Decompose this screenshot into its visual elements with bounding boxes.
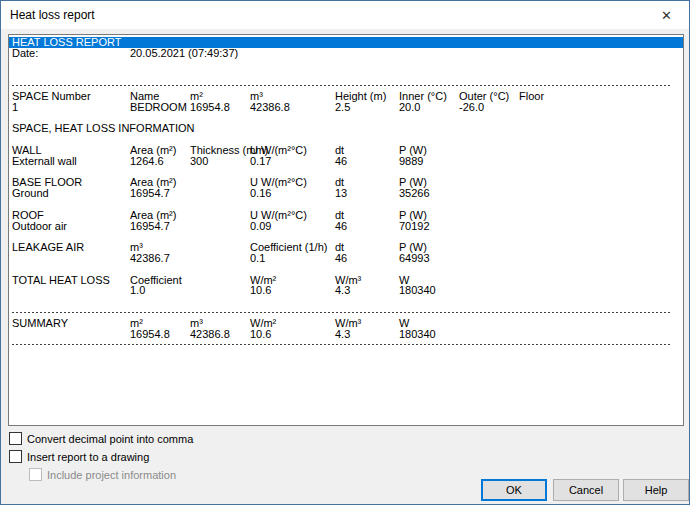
dialog-title: Heat loss report bbox=[10, 8, 95, 22]
report-blank-line bbox=[9, 199, 683, 210]
report-cell: 2.5 bbox=[335, 102, 350, 113]
report-blank-line bbox=[9, 59, 683, 70]
report-cell: 16954.8 bbox=[190, 102, 230, 113]
close-icon[interactable]: ✕ bbox=[644, 1, 689, 29]
help-button[interactable]: Help bbox=[623, 479, 689, 501]
report-cell: Date: bbox=[12, 48, 38, 59]
checkbox-box[interactable] bbox=[9, 432, 22, 445]
report-cell: 42386.7 bbox=[130, 253, 170, 264]
report-cell: 10.6 bbox=[250, 285, 271, 296]
checkbox-label: Convert decimal point into comma bbox=[27, 433, 193, 445]
checkbox-label: Include project information bbox=[47, 469, 176, 481]
report-blank-line bbox=[9, 231, 683, 242]
report-line-selected[interactable]: HEAT LOSS REPORT bbox=[9, 37, 683, 48]
report-cell: 46 bbox=[335, 253, 347, 264]
checkbox-label: Insert report to a drawing bbox=[27, 451, 149, 463]
report-cell: 46 bbox=[335, 156, 347, 167]
report-cell: 4.3 bbox=[335, 329, 350, 340]
report-line[interactable]: 1.010.64.3180340 bbox=[9, 285, 683, 296]
report-cell: 1 bbox=[12, 102, 18, 113]
report-cell: 20.05.2021 (07:49:37) bbox=[130, 48, 238, 59]
report-line[interactable]: ROOFArea (m²)U W/(m²°C)dtP (W) bbox=[9, 210, 683, 221]
report-cell: 180340 bbox=[399, 285, 436, 296]
report-cell: 16954.7 bbox=[130, 221, 170, 232]
report-cell: 64993 bbox=[399, 253, 430, 264]
report-cell: SPACE Number bbox=[12, 91, 91, 102]
report-blank-line bbox=[9, 69, 683, 80]
report-cell: Floor bbox=[519, 91, 544, 102]
report-cell: 180340 bbox=[399, 329, 436, 340]
report-line[interactable]: 1BEDROOM16954.842386.82.520.0-26.0 bbox=[9, 102, 683, 113]
report-cell: SPACE, HEAT LOSS INFORMATION bbox=[12, 123, 195, 134]
report-cell: 35266 bbox=[399, 188, 430, 199]
report-blank-line bbox=[9, 167, 683, 178]
report-cell: 42386.8 bbox=[250, 102, 290, 113]
report-cell: Outdoor air bbox=[12, 221, 67, 232]
report-cell: 16954.8 bbox=[130, 329, 170, 340]
report-cell: 0.16 bbox=[250, 188, 271, 199]
report-cell: TOTAL HEAT LOSS bbox=[12, 275, 110, 286]
report-blank-line bbox=[9, 264, 683, 275]
report-cell: BEDROOM bbox=[130, 102, 187, 113]
report-cell: 9889 bbox=[399, 156, 423, 167]
titlebar: Heat loss report ✕ bbox=[1, 1, 689, 29]
cancel-button[interactable]: Cancel bbox=[553, 479, 619, 501]
report-cell: 20.0 bbox=[399, 102, 420, 113]
report-line[interactable]: 42386.70.14664993 bbox=[9, 253, 683, 264]
report-cell: SUMMARY bbox=[12, 318, 68, 329]
heat-loss-report-dialog: Heat loss report ✕ HEAT LOSS REPORTDate:… bbox=[0, 0, 690, 505]
report-line[interactable]: Externall wall1264.63000.17469889 bbox=[9, 156, 683, 167]
report-cell: 4.3 bbox=[335, 285, 350, 296]
report-cell: 42386.8 bbox=[190, 329, 230, 340]
report-cell: Ground bbox=[12, 188, 49, 199]
ok-button[interactable]: OK bbox=[481, 479, 547, 501]
report-separator bbox=[9, 339, 683, 350]
report-blank-line bbox=[9, 296, 683, 307]
report-line[interactable]: Ground16954.70.161335266 bbox=[9, 188, 683, 199]
report-line[interactable]: 16954.842386.810.64.3180340 bbox=[9, 329, 683, 340]
report-cell: 70192 bbox=[399, 221, 430, 232]
report-cell: 10.6 bbox=[250, 329, 271, 340]
report-blank-line bbox=[9, 134, 683, 145]
report-cell: Externall wall bbox=[12, 156, 77, 167]
report-cell: 13 bbox=[335, 188, 347, 199]
report-cell: 16954.7 bbox=[130, 188, 170, 199]
report-cell: 1264.6 bbox=[130, 156, 164, 167]
checkbox-include-project-info: Include project information bbox=[29, 467, 176, 482]
checkbox-box bbox=[29, 468, 42, 481]
report-line[interactable]: Outdoor air16954.70.094670192 bbox=[9, 221, 683, 232]
checkbox-box[interactable] bbox=[9, 450, 22, 463]
report-cell: 0.1 bbox=[250, 253, 265, 264]
report-line[interactable]: SUMMARYm²m³W/m²W/m³W bbox=[9, 318, 683, 329]
checkbox-insert-report[interactable]: Insert report to a drawing bbox=[9, 449, 149, 464]
report-cell: 0.09 bbox=[250, 221, 271, 232]
report-cell: -26.0 bbox=[459, 102, 484, 113]
report-line[interactable]: SPACE, HEAT LOSS INFORMATION bbox=[9, 123, 683, 134]
report-cell: 300 bbox=[190, 156, 208, 167]
report-cell: 46 bbox=[335, 221, 347, 232]
report-cell: LEAKAGE AIR bbox=[12, 242, 84, 253]
report-cell: 0.17 bbox=[250, 156, 271, 167]
report-line[interactable]: Date:20.05.2021 (07:49:37) bbox=[9, 48, 683, 59]
report-listbox[interactable]: HEAT LOSS REPORTDate:20.05.2021 (07:49:3… bbox=[8, 34, 684, 426]
report-cell: 1.0 bbox=[130, 285, 145, 296]
checkbox-convert-decimal[interactable]: Convert decimal point into comma bbox=[9, 431, 193, 446]
